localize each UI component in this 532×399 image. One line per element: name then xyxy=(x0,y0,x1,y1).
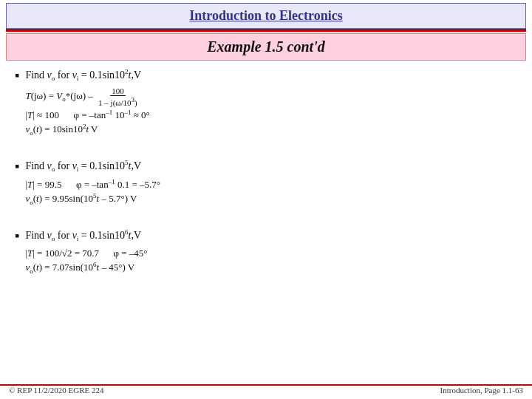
section-1: ▪ Find vo for vi = 0.1sin102t,V T(jω) = … xyxy=(15,68,517,138)
main-content: ▪ Find vo for vi = 0.1sin102t,V T(jω) = … xyxy=(15,68,517,276)
footer: © REP 11/2/2020 EGRE 224 Introduction, P… xyxy=(0,384,532,395)
section-1-formula-1: T(jω) = Vo*(jω) – 1001 – j(ω/103) xyxy=(25,86,517,107)
section-2-title: Find vo for vi = 0.1sin105t,V xyxy=(25,159,517,173)
section-1-title: Find vo for vi = 0.1sin102t,V xyxy=(25,68,517,82)
page-title: Introduction to Electronics xyxy=(14,8,518,24)
red-divider xyxy=(6,29,526,32)
section-2: ▪ Find vo for vi = 0.1sin105t,V |T| = 99… xyxy=(15,159,517,208)
section-3-content: Find vo for vi = 0.1sin106t,V |T| = 100/… xyxy=(25,228,517,276)
section-1-formula-3: vo(t) = 10sin102t V xyxy=(25,123,517,137)
bullet-3: ▪ xyxy=(15,228,19,244)
section-2-formula-2: vo(t) = 9.95sin(105t – 5.7°) V xyxy=(25,192,517,206)
example-title: Example 1.5 cont'd xyxy=(14,38,518,55)
section-2-content: Find vo for vi = 0.1sin105t,V |T| = 99.5… xyxy=(25,159,517,208)
example-header: Example 1.5 cont'd xyxy=(6,33,526,61)
footer-left: © REP 11/2/2020 EGRE 224 xyxy=(9,386,104,395)
section-3: ▪ Find vo for vi = 0.1sin106t,V |T| = 10… xyxy=(15,228,517,276)
section-1-formula-2: |T| ≈ 100 φ = –tan–1 10–1 ≈ 0° xyxy=(25,109,517,121)
section-3-formula-1: |T| = 100/√2 = 70.7 φ = –45° xyxy=(25,248,517,259)
section-2-formula-1: |T| = 99.5 φ = –tan–1 0.1 = –5.7° xyxy=(25,178,517,191)
footer-right: Introduction, Page 1.1-63 xyxy=(440,386,523,395)
section-3-title: Find vo for vi = 0.1sin106t,V xyxy=(25,228,517,242)
title-bar: Introduction to Electronics xyxy=(6,3,526,29)
bullet-2: ▪ xyxy=(15,159,19,174)
section-3-formula-2: vo(t) = 7.07sin(106t – 45°) V xyxy=(25,261,517,275)
section-1-content: Find vo for vi = 0.1sin102t,V T(jω) = Vo… xyxy=(25,68,517,138)
bullet-1: ▪ xyxy=(15,68,19,83)
